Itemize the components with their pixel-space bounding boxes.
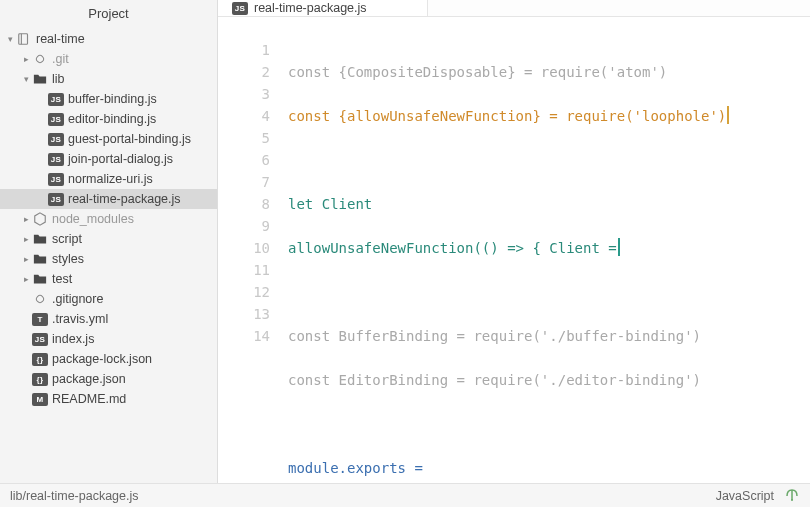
tree-item-file[interactable]: JS normalize-uri.js bbox=[0, 169, 217, 189]
tree-item-label: script bbox=[52, 232, 82, 246]
chevron-right-icon: ▸ bbox=[20, 214, 32, 224]
line-number: 13 bbox=[218, 303, 270, 325]
js-file-icon: JS bbox=[48, 191, 64, 207]
line-number: 3 bbox=[218, 83, 270, 105]
tree-item-file[interactable]: {} package.json bbox=[0, 369, 217, 389]
tree-item-label: .gitignore bbox=[52, 292, 103, 306]
tree-item-label: lib bbox=[52, 72, 65, 86]
chevron-right-icon: ▸ bbox=[20, 54, 32, 64]
gitignore-icon bbox=[32, 291, 48, 307]
chevron-down-icon: ▾ bbox=[20, 74, 32, 84]
tree-item-label: package.json bbox=[52, 372, 126, 386]
js-file-icon: JS bbox=[48, 111, 64, 127]
tree-item-label: .travis.yml bbox=[52, 312, 108, 326]
folder-icon bbox=[32, 71, 48, 87]
tab-active[interactable]: JS real-time-package.js bbox=[218, 0, 428, 16]
folder-icon bbox=[32, 271, 48, 287]
chevron-right-icon: ▸ bbox=[20, 234, 32, 244]
line-number: 6 bbox=[218, 149, 270, 171]
tree-item-label: normalize-uri.js bbox=[68, 172, 153, 186]
line-number: 12 bbox=[218, 281, 270, 303]
tree-item-node-modules[interactable]: ▸ node_modules bbox=[0, 209, 217, 229]
chevron-right-icon: ▸ bbox=[20, 254, 32, 264]
tree-item-file[interactable]: JS editor-binding.js bbox=[0, 109, 217, 129]
editor-body[interactable]: 1 2 3 4 5 6 7 8 9 10 11 12 13 14 const {… bbox=[218, 17, 810, 507]
gutter: 1 2 3 4 5 6 7 8 9 10 11 12 13 14 bbox=[218, 39, 288, 507]
tree-item-label: index.js bbox=[52, 332, 94, 346]
line-number: 1 bbox=[218, 39, 270, 61]
tree-root[interactable]: ▾ real-time bbox=[0, 29, 217, 49]
tree-item-label: editor-binding.js bbox=[68, 112, 156, 126]
js-file-icon: JS bbox=[48, 151, 64, 167]
file-tree: ▾ real-time ▸ .git ▾ lib JS buff bbox=[0, 27, 217, 483]
js-file-icon: JS bbox=[48, 171, 64, 187]
tree-item-file[interactable]: JS guest-portal-binding.js bbox=[0, 129, 217, 149]
chevron-right-icon: ▸ bbox=[20, 274, 32, 284]
folder-icon bbox=[32, 251, 48, 267]
tree-item-file[interactable]: .gitignore bbox=[0, 289, 217, 309]
js-file-icon: JS bbox=[48, 131, 64, 147]
status-path[interactable]: lib/real-time-package.js bbox=[10, 489, 139, 503]
git-icon bbox=[32, 51, 48, 67]
tab-label: real-time-package.js bbox=[254, 1, 367, 15]
tree-item-label: guest-portal-binding.js bbox=[68, 132, 191, 146]
line-number: 10 bbox=[218, 237, 270, 259]
tree-item-label: README.md bbox=[52, 392, 126, 406]
line-number: 7 bbox=[218, 171, 270, 193]
line-number: 9 bbox=[218, 215, 270, 237]
tree-item-file[interactable]: JS buffer-binding.js bbox=[0, 89, 217, 109]
tree-item-label: buffer-binding.js bbox=[68, 92, 157, 106]
tree-item-test[interactable]: ▸ test bbox=[0, 269, 217, 289]
tree-item-file[interactable]: M README.md bbox=[0, 389, 217, 409]
tree-item-file[interactable]: JS index.js bbox=[0, 329, 217, 349]
js-file-icon: JS bbox=[32, 331, 48, 347]
tree-item-script[interactable]: ▸ script bbox=[0, 229, 217, 249]
tree-item-file-active[interactable]: JS real-time-package.js bbox=[0, 189, 217, 209]
json-file-icon: {} bbox=[32, 351, 48, 367]
svg-point-4 bbox=[791, 499, 793, 501]
tree-item-label: styles bbox=[52, 252, 84, 266]
line-number: 4 bbox=[218, 105, 270, 127]
project-sidebar: Project ▾ real-time ▸ .git ▾ lib bbox=[0, 0, 218, 483]
tree-item-label: join-portal-dialog.js bbox=[68, 152, 173, 166]
svg-rect-0 bbox=[19, 34, 28, 45]
js-file-icon: JS bbox=[48, 91, 64, 107]
tree-item-label: test bbox=[52, 272, 72, 286]
code-content[interactable]: const {CompositeDisposable} = require('a… bbox=[288, 39, 810, 507]
svg-marker-2 bbox=[35, 213, 46, 225]
line-number: 14 bbox=[218, 325, 270, 347]
folder-icon bbox=[32, 231, 48, 247]
tree-item-label: package-lock.json bbox=[52, 352, 152, 366]
tree-item-file[interactable]: T .travis.yml bbox=[0, 309, 217, 329]
line-number: 5 bbox=[218, 127, 270, 149]
tab-bar: JS real-time-package.js bbox=[218, 0, 810, 17]
js-file-icon: JS bbox=[232, 0, 248, 16]
tree-item-label: .git bbox=[52, 52, 69, 66]
node-modules-icon bbox=[32, 211, 48, 227]
yml-file-icon: T bbox=[32, 311, 48, 327]
line-number: 2 bbox=[218, 61, 270, 83]
tree-item-file[interactable]: JS join-portal-dialog.js bbox=[0, 149, 217, 169]
tree-item-label: real-time-package.js bbox=[68, 192, 181, 206]
teletype-icon[interactable] bbox=[784, 487, 800, 504]
chevron-down-icon: ▾ bbox=[4, 34, 16, 44]
status-language[interactable]: JavaScript bbox=[716, 489, 774, 503]
tree-item-lib[interactable]: ▾ lib bbox=[0, 69, 217, 89]
line-number: 11 bbox=[218, 259, 270, 281]
remote-cursor-icon bbox=[727, 106, 729, 124]
sidebar-title: Project bbox=[0, 0, 217, 27]
editor-area: JS real-time-package.js 1 2 3 4 5 6 7 8 … bbox=[218, 0, 810, 483]
tree-item-label: node_modules bbox=[52, 212, 134, 226]
md-file-icon: M bbox=[32, 391, 48, 407]
tree-item-styles[interactable]: ▸ styles bbox=[0, 249, 217, 269]
repo-icon bbox=[16, 31, 32, 47]
tree-item-git[interactable]: ▸ .git bbox=[0, 49, 217, 69]
status-bar: lib/real-time-package.js JavaScript bbox=[0, 483, 810, 507]
tree-item-file[interactable]: {} package-lock.json bbox=[0, 349, 217, 369]
line-number: 8 bbox=[218, 193, 270, 215]
tree-root-label: real-time bbox=[36, 32, 85, 46]
remote-cursor-icon bbox=[618, 238, 620, 256]
json-file-icon: {} bbox=[32, 371, 48, 387]
